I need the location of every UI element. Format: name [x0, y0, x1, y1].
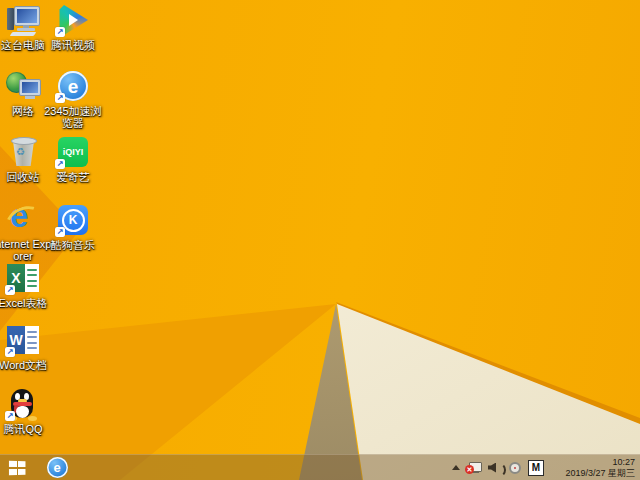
clock-date: 2019/3/27 星期三 [555, 468, 635, 479]
kugou-music-icon: K [55, 204, 91, 238]
icon-label: Excel表格 [0, 297, 47, 309]
clock-time: 10:27 [555, 457, 635, 468]
qq-penguin-icon [5, 388, 41, 422]
taskbar-clock[interactable]: 10:27 2019/3/27 星期三 [551, 457, 635, 479]
internet-explorer-icon: e [5, 203, 41, 237]
taskbar: e M 10:27 2019/3/27 星期三 [0, 454, 640, 480]
shortcut-arrow-icon [55, 159, 65, 169]
recycle-bin-icon [5, 136, 41, 170]
volume-icon[interactable] [488, 462, 502, 474]
shortcut-arrow-icon [5, 347, 15, 357]
this-pc-icon [5, 4, 41, 38]
desktop: 这台电脑 网络 回收站 e Internet Explorer X [0, 0, 640, 480]
iqiyi-icon: iQIYI [55, 136, 91, 170]
shortcut-arrow-icon [5, 411, 15, 421]
shortcut-arrow-icon [55, 27, 65, 37]
shortcut-arrow-icon [5, 285, 15, 295]
taskbar-browser-button[interactable]: e [42, 455, 72, 480]
security-tray-icon[interactable] [509, 462, 521, 474]
icon-label: 爱奇艺 [57, 171, 90, 183]
desktop-icon-word[interactable]: W Word文档 [0, 324, 56, 371]
icon-label: 腾讯QQ [3, 423, 42, 435]
desktop-icon-kugou-music[interactable]: K 酷狗音乐 [40, 204, 106, 251]
icon-label: 回收站 [7, 171, 40, 183]
network-disconnected-icon[interactable] [467, 462, 481, 474]
shortcut-arrow-icon [55, 93, 65, 103]
desktop-icon-2345-browser[interactable]: e 2345加速浏览器 [40, 70, 106, 129]
ime-indicator[interactable]: M [528, 460, 544, 476]
windows-logo-icon [8, 460, 25, 474]
desktop-icon-iqiyi[interactable]: iQIYI 爱奇艺 [40, 136, 106, 183]
icon-label: Word文档 [0, 359, 47, 371]
browser-e-icon: e [47, 457, 68, 478]
desktop-icon-excel[interactable]: X Excel表格 [0, 262, 56, 309]
system-tray: M 10:27 2019/3/27 星期三 [452, 457, 640, 479]
icon-label: 腾讯视频 [51, 39, 95, 51]
icon-label: 网络 [12, 105, 34, 117]
start-button[interactable] [0, 455, 34, 480]
network-icon [5, 70, 41, 104]
icon-label: 2345加速浏览器 [41, 105, 105, 129]
show-hidden-icons-button[interactable] [452, 465, 460, 470]
desktop-icon-tencent-qq[interactable]: 腾讯QQ [0, 388, 56, 435]
icon-label: 酷狗音乐 [51, 239, 95, 251]
shortcut-arrow-icon [55, 227, 65, 237]
word-icon: W [5, 324, 41, 358]
tencent-video-icon [55, 4, 91, 38]
2345-browser-icon: e [55, 70, 91, 104]
icon-label: 这台电脑 [1, 39, 45, 51]
excel-icon: X [5, 262, 41, 296]
desktop-icon-tencent-video[interactable]: 腾讯视频 [40, 4, 106, 51]
